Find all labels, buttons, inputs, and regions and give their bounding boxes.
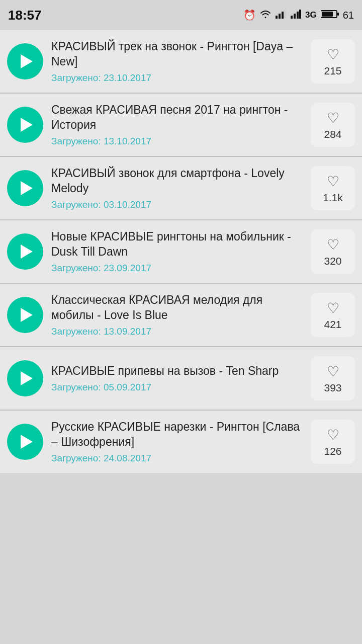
track-title-4: Новые КРАСИВЫЕ рингтоны на мобильник - D…: [51, 229, 303, 260]
list-item: КРАСИВЫЙ звонок для смартфона - Lovely M…: [0, 157, 362, 220]
svg-rect-10: [337, 13, 339, 16]
track-date-6: Загружено: 05.09.2017: [51, 382, 303, 393]
list-item: КРАСИВЫЙ трек на звонок - Рингтон [Daya …: [0, 30, 362, 94]
like-box-7[interactable]: ♡ 126: [311, 420, 355, 464]
like-count-2: 284: [324, 128, 341, 140]
svg-rect-7: [299, 10, 301, 19]
like-count-1: 215: [324, 65, 341, 77]
track-info-7: Русские КРАСИВЫЕ нарезки - Рингтон [Слав…: [51, 420, 303, 464]
list-item: Русские КРАСИВЫЕ нарезки - Рингтон [Слав…: [0, 411, 362, 473]
play-button-6[interactable]: [7, 360, 43, 396]
heart-icon-1: ♡: [327, 46, 339, 63]
svg-rect-9: [322, 12, 333, 17]
like-count-3: 1.1k: [323, 192, 343, 204]
play-button-4[interactable]: [7, 233, 43, 270]
heart-icon-3: ♡: [327, 173, 339, 190]
play-triangle-icon: [21, 181, 33, 195]
battery-icon: [321, 10, 339, 21]
wifi-icon: [260, 10, 271, 21]
list-item: Свежая КРАСИВАЯ песня 2017 на рингтон - …: [0, 94, 362, 157]
svg-rect-4: [291, 16, 293, 19]
status-icons: ⏰ 3G: [243, 9, 354, 21]
track-info-3: КРАСИВЫЙ звонок для смартфона - Lovely M…: [51, 166, 303, 210]
like-box-5[interactable]: ♡ 421: [311, 293, 355, 337]
play-button-2[interactable]: [7, 107, 43, 143]
like-count-5: 421: [324, 318, 341, 331]
play-button-1[interactable]: [7, 43, 43, 79]
like-box-2[interactable]: ♡ 284: [311, 103, 355, 147]
like-box-4[interactable]: ♡ 320: [311, 229, 355, 274]
track-info-4: Новые КРАСИВЫЕ рингтоны на мобильник - D…: [51, 229, 303, 274]
battery-level: 61: [343, 10, 354, 21]
like-box-3[interactable]: ♡ 1.1k: [311, 166, 355, 210]
track-title-6: КРАСИВЫЕ припевы на вызов - Ten Sharp: [51, 364, 303, 379]
track-title-2: Свежая КРАСИВАЯ песня 2017 на рингтон - …: [51, 103, 303, 133]
like-count-4: 320: [324, 255, 341, 267]
track-date-1: Загружено: 23.10.2017: [51, 72, 303, 84]
network-type: 3G: [305, 10, 317, 20]
list-item: КРАСИВЫЕ припевы на вызов - Ten Sharp За…: [0, 347, 362, 411]
svg-rect-3: [284, 10, 286, 19]
play-button-5[interactable]: [7, 297, 43, 333]
list-item: Новые КРАСИВЫЕ рингтоны на мобильник - D…: [0, 220, 362, 284]
play-triangle-icon: [21, 118, 33, 132]
like-box-1[interactable]: ♡ 215: [311, 39, 355, 84]
play-triangle-icon: [21, 371, 33, 385]
list-item: Классическая КРАСИВАЯ мелодия для мобилы…: [0, 284, 362, 347]
play-button-7[interactable]: [7, 424, 43, 460]
svg-rect-5: [294, 14, 296, 19]
play-triangle-icon: [21, 54, 33, 68]
svg-rect-6: [297, 12, 299, 19]
heart-icon-4: ♡: [327, 236, 339, 253]
heart-icon-7: ♡: [327, 427, 339, 443]
like-count-6: 393: [324, 382, 341, 394]
signal-icon: [275, 10, 286, 21]
like-box-6[interactable]: ♡ 393: [311, 356, 355, 400]
status-bar: 18:57 ⏰: [0, 0, 362, 30]
play-button-3[interactable]: [7, 170, 43, 206]
track-info-6: КРАСИВЫЕ припевы на вызов - Ten Sharp За…: [51, 364, 303, 393]
status-time: 18:57: [8, 8, 42, 23]
play-triangle-icon: [21, 435, 33, 449]
track-info-1: КРАСИВЫЙ трек на звонок - Рингтон [Daya …: [51, 39, 303, 84]
track-list: КРАСИВЫЙ трек на звонок - Рингтон [Daya …: [0, 30, 362, 473]
track-date-2: Загружено: 13.10.2017: [51, 136, 303, 147]
heart-icon-5: ♡: [327, 300, 339, 316]
svg-rect-1: [279, 14, 281, 19]
like-count-7: 126: [324, 445, 341, 457]
signal2-icon: [290, 10, 301, 21]
heart-icon-6: ♡: [327, 363, 339, 380]
play-triangle-icon: [21, 308, 33, 322]
track-date-5: Загружено: 13.09.2017: [51, 326, 303, 337]
track-title-3: КРАСИВЫЙ звонок для смартфона - Lovely M…: [51, 166, 303, 196]
track-info-5: Классическая КРАСИВАЯ мелодия для мобилы…: [51, 293, 303, 337]
track-date-4: Загружено: 23.09.2017: [51, 263, 303, 274]
track-date-3: Загружено: 03.10.2017: [51, 199, 303, 210]
track-title-5: Классическая КРАСИВАЯ мелодия для мобилы…: [51, 293, 303, 323]
track-title-1: КРАСИВЫЙ трек на звонок - Рингтон [Daya …: [51, 39, 303, 69]
track-info-2: Свежая КРАСИВАЯ песня 2017 на рингтон - …: [51, 103, 303, 147]
track-title-7: Русские КРАСИВЫЕ нарезки - Рингтон [Слав…: [51, 420, 303, 450]
svg-rect-0: [276, 16, 278, 19]
play-triangle-icon: [21, 245, 33, 259]
heart-icon-2: ♡: [327, 110, 339, 126]
svg-rect-2: [282, 12, 284, 19]
clock-icon: ⏰: [243, 9, 256, 21]
track-date-7: Загружено: 24.08.2017: [51, 453, 303, 464]
